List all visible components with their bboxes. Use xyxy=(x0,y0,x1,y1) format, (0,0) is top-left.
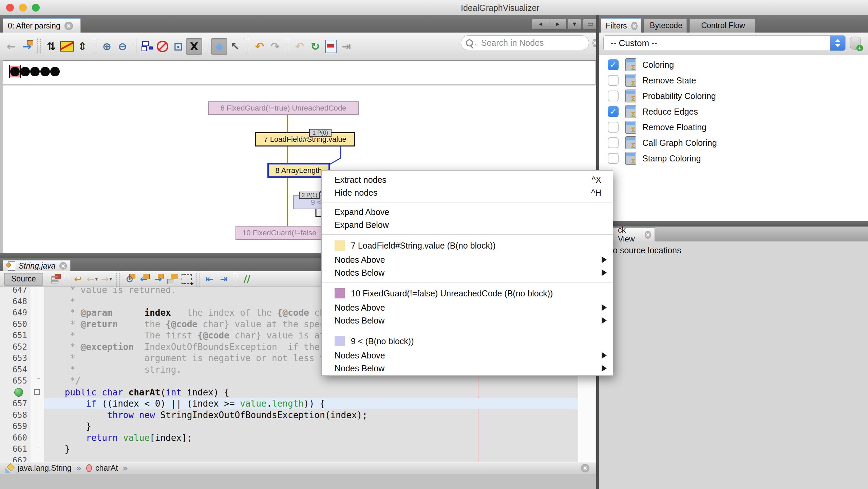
phase-timeline[interactable] xyxy=(10,64,68,80)
shrink-difference-icon[interactable] xyxy=(323,39,339,54)
submenu-arrow-icon xyxy=(602,365,607,372)
pan-mode-icon[interactable]: ◆ xyxy=(211,38,227,55)
tab-list-dropdown-icon[interactable]: ▾ xyxy=(568,19,581,30)
free-interactive-layout-icon[interactable]: X xyxy=(186,38,202,55)
find-next-icon[interactable]: → xyxy=(151,272,165,286)
zoom-to-fit-icon[interactable]: ⊡ xyxy=(170,39,186,54)
filter-row[interactable]: ✓Coloring xyxy=(599,57,868,73)
combo-stepper-icon[interactable] xyxy=(830,36,845,51)
undo-icon[interactable]: ↶ xyxy=(252,39,267,54)
menu-node-item[interactable]: 7 LoadField#String.value (B(no block)) xyxy=(322,238,613,253)
history-diff-icon[interactable]: ▤ xyxy=(48,272,62,286)
tab-filters[interactable]: Filters xyxy=(601,18,641,33)
menu-item[interactable]: Nodes Above xyxy=(322,349,613,362)
menu-item[interactable]: Nodes Above xyxy=(322,253,613,266)
maximize-pane-icon[interactable]: ▭ xyxy=(583,19,598,30)
import-graph-icon[interactable]: ⇥ xyxy=(339,39,354,54)
prev-tab-icon[interactable]: ◂ xyxy=(532,19,549,30)
menu-item[interactable]: Nodes Below xyxy=(322,314,613,327)
fold-toggle-method[interactable] xyxy=(34,389,40,395)
menu-item[interactable]: Hide nodes^H xyxy=(322,186,613,199)
filter-checkbox[interactable]: ✓ xyxy=(608,59,619,70)
filter-checkbox[interactable] xyxy=(608,137,619,148)
filter-checkbox[interactable] xyxy=(608,75,619,86)
hide-duplicates-icon[interactable] xyxy=(59,39,75,54)
shift-left-icon[interactable]: ⇤ xyxy=(203,272,217,286)
menu-item[interactable]: Expand Above xyxy=(322,206,613,218)
find-selection-icon[interactable]: ⊙ xyxy=(122,272,137,286)
zoom-out-icon[interactable]: ⊖ xyxy=(115,39,130,54)
add-filter-icon[interactable] xyxy=(850,37,861,50)
menu-item[interactable]: Nodes Below xyxy=(322,362,613,375)
filter-row[interactable]: Remove Floating xyxy=(599,119,868,135)
toggle-highlight-icon[interactable] xyxy=(165,272,180,286)
phase-dot-1[interactable] xyxy=(20,67,30,76)
phase-dot-4[interactable] xyxy=(50,67,60,76)
menu-item[interactable]: Nodes Below xyxy=(322,266,613,279)
filter-row[interactable]: Probability Coloring xyxy=(599,88,868,104)
find-previous-icon[interactable]: ← xyxy=(137,272,151,286)
close-editor-tab-icon[interactable] xyxy=(59,262,67,270)
close-breadcrumb-icon[interactable] xyxy=(581,464,589,472)
tab-control-flow[interactable]: Control Flow xyxy=(690,18,755,33)
search-input[interactable] xyxy=(480,38,591,48)
filter-checkbox[interactable]: ✓ xyxy=(608,106,619,117)
minimize-window-icon[interactable] xyxy=(19,4,27,12)
menu-item[interactable]: Expand Below xyxy=(322,218,613,231)
forward-icon[interactable]: →▾ xyxy=(99,272,114,286)
search-field[interactable]: ⌄ xyxy=(461,35,589,50)
extract-difference-icon[interactable]: ↻ xyxy=(307,39,323,54)
next-tab-icon[interactable]: ▸ xyxy=(549,19,567,30)
menu-node-item[interactable]: 9 < (B(no block)) xyxy=(322,333,613,349)
line-number: 655 xyxy=(0,375,27,387)
filter-checkbox[interactable] xyxy=(608,91,619,101)
previous-graph-icon[interactable]: ← xyxy=(3,39,19,54)
close-window-icon[interactable] xyxy=(6,4,14,12)
menu-item-label: Nodes Below xyxy=(335,268,384,278)
comment-icon[interactable]: // xyxy=(240,272,254,286)
expand-icon[interactable]: ⇕ xyxy=(75,39,90,54)
menu-item[interactable]: Extract nodes^X xyxy=(322,173,613,186)
editor-tab[interactable]: String.java xyxy=(3,260,71,271)
graph-node-7[interactable]: 7 LoadField#String.value xyxy=(255,132,355,146)
show-whole-graph-icon[interactable] xyxy=(139,39,155,54)
source-toggle-button[interactable]: Source xyxy=(4,273,43,286)
rectangular-selection-icon[interactable] xyxy=(180,272,194,286)
phase-dot-0[interactable] xyxy=(10,67,20,76)
implements-annotation-icon[interactable] xyxy=(14,388,23,397)
graph-node-8-selected[interactable]: 8 ArrayLength xyxy=(267,163,330,178)
phase-dot-3[interactable] xyxy=(40,67,50,76)
phase-dot-2[interactable] xyxy=(30,67,40,76)
condense-icon[interactable]: ⇅ xyxy=(43,39,59,54)
code-line: 661 } xyxy=(0,443,596,455)
filter-row[interactable]: Remove State xyxy=(599,73,868,88)
close-stack-view-icon[interactable] xyxy=(645,231,651,239)
filter-profile-combo[interactable]: -- Custom -- xyxy=(603,35,846,51)
filter-row[interactable]: Call Graph Coloring xyxy=(599,135,868,151)
breadcrumb-item[interactable]: java.lang.String xyxy=(18,464,72,473)
redo-icon[interactable]: ↷ xyxy=(267,39,283,54)
last-edit-icon[interactable]: ↩ xyxy=(71,272,85,286)
filter-row[interactable]: ✓Reduce Edges xyxy=(599,104,868,119)
breadcrumb-item[interactable]: charAt xyxy=(95,464,118,473)
menu-node-item[interactable]: 10 FixedGuard(!=false) UnreachedCode (B(… xyxy=(322,286,613,301)
revert-icon[interactable]: ↶ xyxy=(292,39,307,54)
zoom-in-icon[interactable]: ⊕ xyxy=(99,39,115,54)
close-filters-tab-icon[interactable] xyxy=(631,22,638,30)
filter-checkbox[interactable] xyxy=(608,122,619,133)
filter-icon xyxy=(625,90,636,102)
next-graph-icon[interactable]: → xyxy=(19,39,35,54)
filter-row[interactable]: Stamp Coloring xyxy=(599,151,868,166)
back-icon[interactable]: ←▾ xyxy=(85,272,99,286)
selection-mode-icon[interactable]: ↖ xyxy=(227,39,243,54)
graph-tab[interactable]: 0: After parsing xyxy=(3,18,81,33)
menu-item[interactable]: Nodes Above xyxy=(322,301,613,314)
stop-layout-icon[interactable] xyxy=(155,39,170,54)
graph-node-6[interactable]: 6 FixedGuard(!=true) UnreachedCode xyxy=(208,101,359,115)
filter-checkbox[interactable] xyxy=(608,153,619,164)
graph-node-10[interactable]: 10 FixedGuard(!=false xyxy=(235,226,324,240)
close-tab-icon[interactable] xyxy=(64,22,73,30)
shift-right-icon[interactable]: ⇥ xyxy=(217,272,231,286)
tab-bytecode[interactable]: Bytecode xyxy=(644,18,687,33)
zoom-window-icon[interactable] xyxy=(32,4,40,12)
